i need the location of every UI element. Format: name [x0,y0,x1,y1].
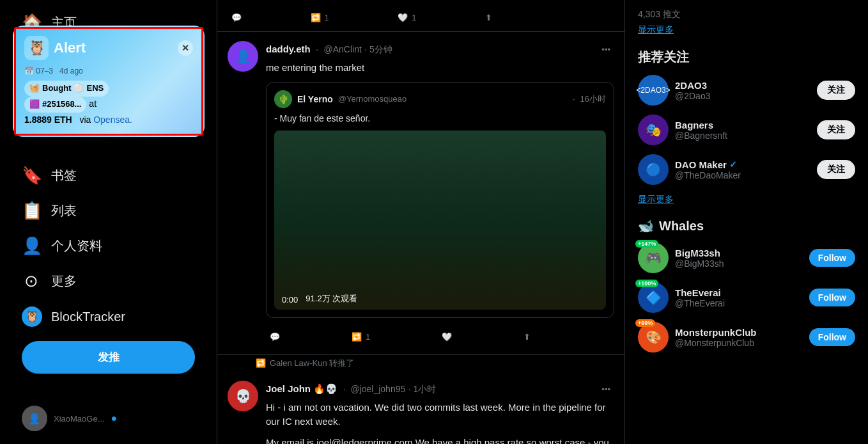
retweet-icon: 🔁 [352,332,362,342]
rec-name-bagners: Bagners [675,120,810,131]
username-label: XiaoMaoGe... [54,414,105,424]
alert-logo: 🦉 [24,36,49,60]
alert-date: 07–3 [36,67,53,75]
tweet2-author-name: Joel John 🔥💀 [266,383,337,394]
whale-badge-theeverai: +100% [635,280,658,287]
tweet1-share-action[interactable]: ⬆ [520,328,534,345]
comment-icon: 💬 [270,332,280,342]
whales-title-text: Whales [659,219,704,234]
joel-john-avatar: 💀 [228,381,258,411]
recommend-item-2: 🔵 DAO Maker ✓ @TheDaoMaker 关注 [638,154,855,185]
retweet-label: 🔁 Galen Law-Kun 转推了 [217,355,624,372]
sidebar-item-blocktracker[interactable]: 🦉 BlockTracker [13,300,204,333]
main-feed: 💬 🔁 1 🤍 1 ⬆ 👤 daddy.eth · [217,0,625,444]
tweet2-more-button[interactable]: ••• [598,381,614,398]
tweet-joel-john: 💀 Joel John 🔥💀 · @joel_john95 · 1小时 ••• … [217,372,624,445]
retweet-action[interactable]: 🔁 1 [307,9,333,26]
retweet-icon-small: 🔁 [256,358,266,368]
alert-header: 🦉 Alert ✕ [24,36,193,60]
like-icon: 🤍 [442,332,452,342]
tweet-button[interactable]: 发推 [22,341,195,374]
share-action[interactable]: ⬆ [481,9,496,26]
sidebar-item-more[interactable]: ⊙ 更多 [13,265,204,297]
blocktracker-icon: 🦉 [25,310,39,324]
whale-name-bigm33sh: BigM33sh [675,248,803,258]
tweet1-comment-action[interactable]: 💬 [266,328,284,345]
whale-icon: 🐋 [638,218,654,234]
lists-icon: 📋 [22,201,41,221]
right-panel: 4,303 推文 显示更多 推荐关注 <2DAO3> 2DAO3 @2Dao3 … [625,0,868,444]
profile-icon: 👤 [22,236,41,256]
tweet2-author-info: Joel John 🔥💀 · @joel_john95 · 1小时 [266,383,436,395]
whale-avatar-wrap-theeverai: +100% 🔷 [638,282,669,313]
alert-marketplace-link[interactable]: Opensea. [93,115,132,125]
retweet-label-text: Galen Law-Kun 转推了 [270,358,354,369]
tweet2-time-dot: · [408,384,414,394]
video-thumbnail[interactable]: 0:00 91.2万 次观看 [274,131,606,310]
bookmarks-icon: 🔖 [22,166,41,186]
tweet1-actions: 💬 🔁 1 🤍 ⬆ [266,324,534,345]
alert-token: #251568... [42,98,81,111]
whale-badge-monsterpunk: +99% [635,319,655,327]
daddy-eth-avatar: 👤 [228,41,258,72]
rec-avatar-daomaker: 🔵 [638,154,669,185]
close-icon: ✕ [182,43,189,53]
sidebar-item-profile[interactable]: 👤 个人资料 [13,230,204,262]
tweet-author-info: daddy.eth · @AnClint · 5分钟 [266,44,392,56]
rec-handle-daomaker: @TheDaoMaker [675,170,810,180]
rec-info-bagners: Bagners @Bagnersnft [675,120,810,141]
alert-token-badge: 🟪 #251568... [24,97,86,113]
like-action[interactable]: 🤍 1 [394,9,420,26]
quoted-tweet: 🌵 El Yerno @Yernomosqueao · 16小时 - Muy f… [266,82,614,318]
recommend-title: 推荐关注 [638,49,855,66]
alert-via: via [79,115,91,125]
tweet1-retweet-action[interactable]: 🔁 1 [348,328,374,345]
whale-name-monsterpunk: MonsterpunkClub [675,327,803,338]
rec-avatar-2dao3: <2DAO3> [638,75,669,106]
follow-btn-bagners[interactable]: 关注 [817,120,855,139]
tweet-body: daddy.eth · @AnClint · 5分钟 ••• me enteri… [266,41,614,345]
alert-title: Alert [54,40,86,56]
whale-follow-btn-bigm33sh[interactable]: Follow [809,249,855,267]
tweet-time: · [364,44,369,54]
sidebar-item-lists[interactable]: 📋 列表 [13,194,204,227]
follow-btn-2dao3[interactable]: 关注 [817,81,855,100]
show-more-recommend[interactable]: 显示更多 [638,194,855,205]
avatar-icon: 🔷 [646,290,662,305]
sidebar-item-bookmarks[interactable]: 🔖 书签 [13,159,204,192]
comment-action[interactable]: 💬 [228,9,245,26]
quoted-author-name: El Yerno [297,94,333,104]
alert-close-button[interactable]: ✕ [178,40,193,56]
sidebar-item-lists-label: 列表 [51,202,77,219]
avatar-icon: 🎨 [646,329,662,345]
show-more-link-top[interactable]: 显示更多 [638,24,855,36]
whale-handle-monsterpunk: @MonsterpunkClub [675,338,803,348]
tweet1-retweet-count: 1 [366,332,370,342]
tweet1-like-action[interactable]: 🤍 [438,328,456,345]
rec-info-2dao3: 2DAO3 @2Dao3 [675,80,810,101]
rec-display-name: Bagners [675,120,713,131]
like-icon: 🤍 [398,13,408,22]
whale-follow-btn-monsterpunk[interactable]: Follow [809,328,855,346]
alert-basket-icon-badge: 🧺 Bought ⚪ ENS [24,81,109,97]
whale-info-monsterpunk: MonsterpunkClub @MonsterpunkClub [675,327,803,348]
avatar-icon: 💀 [235,388,251,404]
sidebar: 🏠 主页 🦉 Alert ✕ 📅 07–3 4d ago 🧺 Bought ⚪ … [0,0,217,444]
more-icon: ⊙ [22,271,41,291]
whale-item-bigm33sh: +147% 🎮 BigM33sh @BigM33sh Follow [638,242,855,273]
whale-follow-btn-theeverai[interactable]: Follow [809,289,855,306]
tweet-more-button[interactable]: ••• [598,41,614,58]
share-icon: ⬆ [523,332,531,342]
tweet2-body: Joel John 🔥💀 · @joel_john95 · 1小时 ••• Hi… [266,381,614,445]
rec-name-2dao3: 2DAO3 [675,80,810,91]
tweet-header: daddy.eth · @AnClint · 5分钟 ••• [266,41,614,58]
quoted-avatar-icon: 🌵 [278,94,289,104]
sidebar-item-bookmarks-label: 书签 [51,167,77,184]
video-timestamp: 0:00 [282,295,298,305]
alert-at: at [89,99,97,109]
top-tweet-actions: 💬 🔁 1 🤍 1 ⬆ [228,5,496,26]
follow-btn-daomaker[interactable]: 关注 [817,160,855,179]
rec-handle-2dao3: @2Dao3 [675,91,810,101]
whale-info-bigm33sh: BigM33sh @BigM33sh [675,248,803,269]
rec-handle-bagners: @Bagnersnft [675,131,810,141]
